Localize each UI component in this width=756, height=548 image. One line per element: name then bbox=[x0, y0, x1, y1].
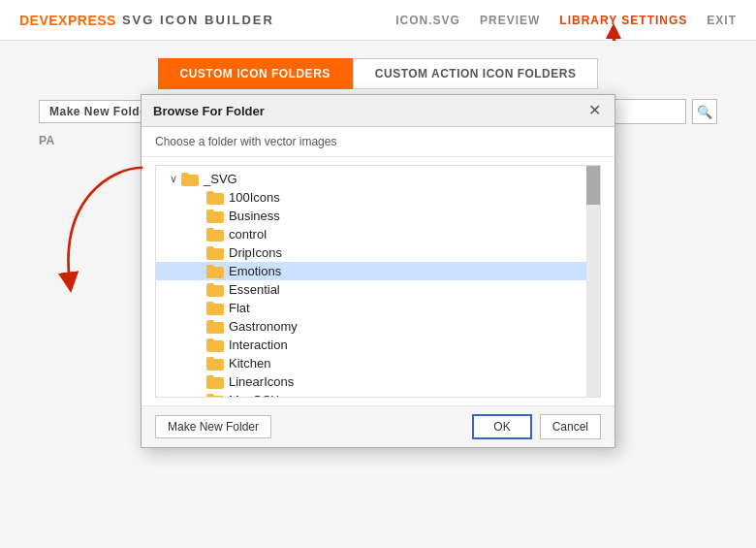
tree-item-label: control bbox=[229, 227, 267, 242]
brand-appname: SVG ICON BUILDER bbox=[122, 13, 274, 27]
dialog-overlay: Browse For Folder ✕ Choose a folder with… bbox=[0, 41, 756, 548]
dialog-title-bar: Browse For Folder ✕ bbox=[142, 95, 614, 127]
folder-icon bbox=[206, 210, 224, 223]
browse-for-folder-dialog: Browse For Folder ✕ Choose a folder with… bbox=[141, 94, 615, 448]
tree-item-linearicons[interactable]: LinearIcons bbox=[156, 372, 600, 391]
folder-icon bbox=[206, 375, 224, 389]
tree-item-macosx[interactable]: MacOSX bbox=[156, 391, 600, 398]
tree-item-label: MacOSX bbox=[229, 393, 279, 398]
tree-item-control[interactable]: control bbox=[156, 225, 600, 243]
up-arrow-shape bbox=[606, 23, 621, 39]
dialog-action-buttons: OK Cancel bbox=[472, 414, 601, 439]
nav-exit[interactable]: EXIT bbox=[707, 14, 737, 27]
folder-icon bbox=[206, 394, 224, 399]
nav-icon-svg[interactable]: ICON.SVG bbox=[395, 14, 460, 27]
folder-icon bbox=[206, 338, 224, 352]
tree-item-gastronomy[interactable]: Gastronomy bbox=[156, 317, 600, 336]
brand-devexpress: DEVEXPRESS bbox=[19, 13, 116, 28]
nav-preview[interactable]: PREVIEW bbox=[480, 14, 540, 27]
make-new-folder-button[interactable]: Make New Folder bbox=[155, 415, 271, 438]
dialog-close-button[interactable]: ✕ bbox=[586, 103, 603, 118]
dialog-title: Browse For Folder bbox=[153, 104, 265, 118]
tree-item-dripicons[interactable]: DripIcons bbox=[156, 243, 600, 262]
tree-item-label: 100Icons bbox=[229, 190, 280, 205]
brand: DEVEXPRESS SVG ICON BUILDER bbox=[19, 13, 274, 28]
folder-icon bbox=[206, 302, 224, 315]
tree-item-label: Interaction bbox=[229, 338, 288, 352]
tree-item-label: LinearIcons bbox=[229, 374, 294, 389]
folder-icon bbox=[206, 228, 224, 242]
cancel-button[interactable]: Cancel bbox=[540, 414, 601, 439]
main-area: CUSTOM ICON FOLDERS CUSTOM ACTION ICON F… bbox=[0, 41, 756, 548]
folder-icon bbox=[206, 246, 224, 260]
scrollbar[interactable] bbox=[586, 166, 600, 397]
tree-item-emotions[interactable]: Emotions bbox=[156, 262, 600, 280]
tree-item-interaction[interactable]: Interaction bbox=[156, 336, 600, 354]
scrollbar-thumb[interactable] bbox=[586, 166, 600, 205]
tree-item-label: Flat bbox=[229, 301, 250, 315]
folder-tree[interactable]: ∨ _SVG 100Icons Business bbox=[155, 165, 601, 398]
tree-item-label: Emotions bbox=[229, 264, 281, 278]
tree-item-100icons[interactable]: 100Icons bbox=[156, 188, 600, 207]
tree-item-label: Essential bbox=[229, 282, 280, 297]
folder-icon-svg bbox=[181, 173, 199, 186]
nav-library-settings-group: LIBRARY SETTINGS bbox=[559, 14, 687, 27]
tree-item-label: Business bbox=[229, 209, 280, 223]
tree-item-svg-root[interactable]: ∨ _SVG bbox=[156, 170, 600, 188]
tree-item-business[interactable]: Business bbox=[156, 207, 600, 225]
nav-library-settings[interactable]: LIBRARY SETTINGS bbox=[559, 14, 687, 27]
tree-item-kitchen[interactable]: Kitchen bbox=[156, 354, 600, 372]
tree-item-label: Gastronomy bbox=[229, 319, 298, 334]
ok-button[interactable]: OK bbox=[472, 414, 531, 439]
dialog-subtitle: Choose a folder with vector images bbox=[142, 127, 614, 157]
chevron-down-icon: ∨ bbox=[166, 173, 181, 185]
tree-item-label: DripIcons bbox=[229, 245, 282, 260]
dialog-footer: Make New Folder OK Cancel bbox=[142, 405, 614, 447]
header-nav: ICON.SVG PREVIEW LIBRARY SETTINGS EXIT bbox=[395, 14, 737, 27]
folder-icon bbox=[206, 191, 224, 205]
tree-item-label: _SVG bbox=[204, 172, 237, 186]
tree-item-label: Kitchen bbox=[229, 356, 270, 371]
folder-icon bbox=[206, 283, 224, 297]
header: DEVEXPRESS SVG ICON BUILDER ICON.SVG PRE… bbox=[0, 0, 756, 41]
folder-icon bbox=[206, 265, 224, 278]
tree-item-flat[interactable]: Flat bbox=[156, 299, 600, 317]
tree-item-essential[interactable]: Essential bbox=[156, 280, 600, 299]
folder-icon bbox=[206, 320, 224, 334]
dialog-body: ∨ _SVG 100Icons Business bbox=[142, 157, 614, 405]
folder-icon bbox=[206, 357, 224, 371]
